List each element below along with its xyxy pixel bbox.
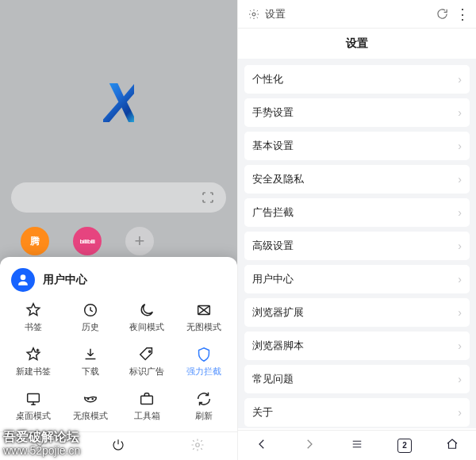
- avatar[interactable]: [11, 268, 35, 292]
- nav-menu[interactable]: [350, 437, 364, 454]
- gear-icon: [190, 438, 205, 452]
- power-icon: [111, 438, 125, 452]
- svg-rect-6: [141, 396, 153, 404]
- nav-back[interactable]: [255, 437, 269, 454]
- noimage-icon: [195, 301, 213, 319]
- chevron-right-icon: ›: [458, 140, 462, 152]
- settings-label: 用户中心: [252, 272, 294, 286]
- reload-icon[interactable]: [436, 7, 449, 21]
- sheet-title[interactable]: 用户中心: [43, 273, 87, 287]
- refresh-icon: [195, 390, 213, 408]
- settings-item-advanced[interactable]: 高级设置 ›: [244, 232, 470, 260]
- chevron-right-icon: ›: [458, 240, 462, 252]
- tool-label: 标识广告: [129, 366, 164, 378]
- browser-logo: X: [0, 0, 237, 182]
- settings-item-user-center[interactable]: 用户中心 ›: [244, 265, 470, 293]
- svg-rect-3: [28, 394, 40, 402]
- settings-label: 广告拦截: [252, 205, 294, 220]
- more-menu-icon[interactable]: ⋮: [455, 7, 470, 21]
- chevron-right-icon: ›: [458, 306, 462, 319]
- star-icon: [25, 301, 42, 319]
- svg-point-4: [87, 398, 90, 401]
- logo-x: X: [103, 71, 134, 135]
- tool-refresh[interactable]: 刷新: [175, 390, 232, 422]
- desktop-icon: [25, 390, 42, 408]
- clock-icon: [82, 301, 99, 319]
- tool-label: 强力拦截: [186, 366, 221, 378]
- chevron-right-icon: [302, 437, 317, 451]
- tool-history[interactable]: 历史: [62, 301, 119, 333]
- download-icon: [82, 346, 99, 363]
- briefcase-icon: [138, 390, 155, 408]
- settings-label: 基本设置: [252, 139, 294, 153]
- tool-label: 下载: [82, 366, 99, 378]
- settings-item-gestures[interactable]: 手势设置 ›: [244, 98, 470, 127]
- tool-label: 书签: [25, 322, 42, 333]
- chevron-right-icon: ›: [458, 106, 462, 119]
- tool-add-bookmark[interactable]: 新建书签: [5, 346, 62, 378]
- power-button[interactable]: [111, 438, 125, 454]
- tool-no-image[interactable]: 无图模式: [175, 301, 232, 333]
- settings-item-faq[interactable]: 常见问题 ›: [244, 365, 470, 393]
- tool-incognito[interactable]: 无痕模式: [62, 390, 119, 422]
- back-button[interactable]: [33, 438, 47, 454]
- tool-label: 无图模式: [186, 322, 221, 333]
- settings-list: 个性化 › 手势设置 › 基本设置 › 安全及隐私 › 广告拦截 › 高级设置 …: [238, 59, 476, 428]
- shortcut-badge: bilibili: [73, 227, 102, 255]
- address-bar: 设置 ⋮: [238, 0, 476, 29]
- tool-bookmarks[interactable]: 书签: [5, 301, 62, 333]
- sheet-bottom-bar: [0, 431, 237, 460]
- chevron-right-icon: ›: [458, 206, 462, 219]
- chevron-right-icon: ›: [458, 73, 462, 86]
- moon-icon: [138, 301, 155, 319]
- settings-label: 手势设置: [252, 105, 294, 120]
- mask-icon: [82, 390, 99, 408]
- tag-icon: [138, 346, 155, 363]
- tool-label: 工具箱: [134, 411, 160, 422]
- nav-forward[interactable]: [302, 437, 317, 454]
- settings-label: 高级设置: [252, 239, 294, 253]
- home-icon: [445, 437, 459, 451]
- plus-icon: +: [125, 227, 154, 255]
- tab-count: 2: [402, 441, 407, 450]
- settings-label: 浏览器扩展: [252, 305, 304, 320]
- tool-adblock[interactable]: 强力拦截: [175, 346, 232, 378]
- svg-point-8: [252, 13, 255, 16]
- tool-download[interactable]: 下载: [62, 346, 119, 378]
- menu-icon: [350, 437, 364, 451]
- svg-point-2: [149, 351, 151, 352]
- scan-icon[interactable]: [201, 190, 215, 205]
- settings-item-personalization[interactable]: 个性化 ›: [244, 65, 470, 94]
- address-field[interactable]: 设置: [244, 4, 429, 25]
- settings-item-adblock[interactable]: 广告拦截 ›: [244, 198, 470, 227]
- settings-label: 安全及隐私: [252, 172, 304, 186]
- nav-home[interactable]: [445, 437, 459, 454]
- chevron-right-icon: ›: [458, 273, 462, 286]
- tool-label: 无痕模式: [73, 411, 108, 422]
- tool-label: 桌面模式: [16, 411, 51, 422]
- tool-mark-ads[interactable]: 标识广告: [119, 346, 176, 378]
- star-plus-icon: [25, 346, 42, 363]
- shortcut-badge: 腾: [21, 227, 49, 255]
- settings-item-about[interactable]: 关于 ›: [244, 398, 470, 427]
- svg-point-7: [196, 443, 200, 447]
- chevron-right-icon: ›: [458, 173, 462, 186]
- settings-label: 常见问题: [252, 372, 294, 386]
- settings-item-general[interactable]: 基本设置 ›: [244, 132, 470, 160]
- settings-item-security-privacy[interactable]: 安全及隐私 ›: [244, 165, 470, 194]
- settings-label: 浏览器脚本: [252, 339, 304, 353]
- tool-desktop-mode[interactable]: 桌面模式: [5, 390, 62, 422]
- tool-label: 新建书签: [16, 366, 51, 378]
- tool-night-mode[interactable]: 夜间模式: [119, 301, 176, 333]
- search-bar[interactable]: [11, 182, 226, 213]
- settings-label: 个性化: [252, 72, 283, 86]
- gear-icon: [248, 8, 260, 21]
- nav-bar: 2: [238, 430, 476, 460]
- tool-label: 夜间模式: [129, 322, 164, 333]
- tool-toolbox[interactable]: 工具箱: [119, 390, 176, 422]
- settings-item-extensions[interactable]: 浏览器扩展 ›: [244, 298, 470, 327]
- settings-button[interactable]: [190, 438, 205, 454]
- address-text: 设置: [265, 7, 286, 21]
- nav-tabs[interactable]: 2: [397, 439, 412, 453]
- settings-item-scripts[interactable]: 浏览器脚本 ›: [244, 332, 470, 360]
